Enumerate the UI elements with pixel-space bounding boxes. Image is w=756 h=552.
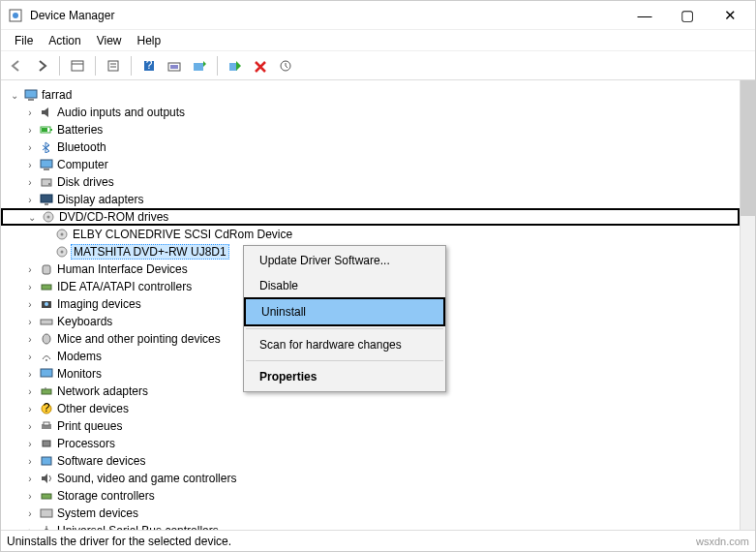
- ctx-update-driver[interactable]: Update Driver Software...: [244, 248, 445, 273]
- category-node[interactable]: ›Print queues: [1, 417, 740, 435]
- ctx-properties[interactable]: Properties: [244, 364, 445, 389]
- enable-device-icon[interactable]: [224, 54, 247, 77]
- svg-rect-18: [42, 128, 47, 132]
- expand-right-icon[interactable]: ›: [22, 195, 38, 205]
- menu-file[interactable]: File: [7, 32, 41, 49]
- expand-right-icon[interactable]: ›: [22, 352, 38, 362]
- forward-button[interactable]: [30, 54, 53, 77]
- back-button[interactable]: [5, 54, 28, 77]
- update-driver-icon[interactable]: [188, 54, 211, 77]
- svg-point-30: [61, 251, 64, 254]
- category-label: Modems: [55, 350, 104, 363]
- category-label: Batteries: [55, 123, 105, 137]
- category-label: Processors: [55, 437, 117, 450]
- menu-help[interactable]: Help: [130, 32, 169, 49]
- expand-right-icon[interactable]: ›: [22, 334, 38, 345]
- ctx-scan-hardware[interactable]: Scan for hardware changes: [244, 332, 445, 357]
- expand-right-icon[interactable]: ›: [22, 491, 38, 502]
- ctx-disable[interactable]: Disable: [244, 273, 445, 298]
- device-category-icon: [40, 209, 57, 225]
- uninstall-icon[interactable]: [249, 54, 272, 77]
- device-label: ELBY CLONEDRIVE SCSI CdRom Device: [71, 228, 294, 241]
- category-node[interactable]: ›Batteries: [1, 121, 740, 138]
- category-label: Mice and other pointing devices: [55, 332, 223, 346]
- category-node[interactable]: ›Universal Serial Bus controllers: [1, 522, 740, 530]
- device-category-icon: [38, 488, 55, 504]
- category-label: DVD/CD-ROM drives: [57, 210, 170, 224]
- category-node[interactable]: ⌄DVD/CD-ROM drives: [1, 208, 740, 226]
- category-node[interactable]: ›?Other devices: [1, 400, 740, 417]
- expand-right-icon[interactable]: ›: [22, 456, 38, 467]
- expand-arrow-icon[interactable]: ⌄: [7, 90, 22, 101]
- category-node[interactable]: ›Audio inputs and outputs: [1, 104, 740, 121]
- scan-hardware-icon[interactable]: [163, 54, 186, 77]
- svg-point-26: [47, 216, 50, 219]
- expand-right-icon[interactable]: ›: [22, 404, 38, 414]
- svg-rect-23: [41, 195, 52, 202]
- show-hide-icon[interactable]: [66, 54, 89, 77]
- root-node[interactable]: ⌄ farrad: [1, 86, 740, 104]
- maximize-button[interactable]: ▢: [666, 1, 709, 29]
- expand-right-icon[interactable]: ›: [22, 142, 38, 153]
- watermark: wsxdn.com: [696, 536, 749, 547]
- svg-rect-35: [41, 320, 52, 324]
- device-node[interactable]: ELBY CLONEDRIVE SCSI CdRom Device: [1, 226, 740, 243]
- minimize-button[interactable]: —: [623, 1, 666, 29]
- category-label: Display adapters: [55, 193, 145, 206]
- device-category-icon: [38, 139, 55, 155]
- expand-right-icon[interactable]: ›: [22, 526, 38, 531]
- svg-rect-32: [42, 285, 51, 290]
- expand-right-icon[interactable]: ›: [22, 107, 38, 118]
- status-text: Uninstalls the driver for the selected d…: [7, 535, 231, 548]
- expand-right-icon[interactable]: ›: [22, 421, 38, 432]
- expand-right-icon[interactable]: ›: [22, 439, 38, 449]
- content-area: ⌄ farrad ›Audio inputs and outputs›Batte…: [1, 80, 755, 530]
- category-node[interactable]: ›Bluetooth: [1, 138, 740, 156]
- category-node[interactable]: ›Display adapters: [1, 191, 740, 208]
- category-label: Sound, video and game controllers: [55, 472, 238, 485]
- svg-rect-49: [41, 509, 52, 517]
- vertical-scrollbar[interactable]: [740, 80, 755, 530]
- expand-right-icon[interactable]: ›: [22, 264, 38, 275]
- category-node[interactable]: ›Disk drives: [1, 173, 740, 191]
- toolbar: ?: [1, 51, 755, 80]
- app-icon: [9, 8, 24, 23]
- category-node[interactable]: ›Computer: [1, 156, 740, 173]
- category-node[interactable]: ›Software devices: [1, 452, 740, 470]
- menu-action[interactable]: Action: [41, 32, 88, 49]
- category-node[interactable]: ›Processors: [1, 435, 740, 452]
- expand-right-icon[interactable]: ›: [22, 386, 38, 397]
- svg-rect-15: [28, 99, 34, 101]
- category-node[interactable]: ›Sound, video and game controllers: [1, 470, 740, 487]
- svg-rect-46: [43, 441, 50, 446]
- category-node[interactable]: ›Storage controllers: [1, 487, 740, 505]
- category-label: Universal Serial Bus controllers: [55, 524, 221, 530]
- category-label: Monitors: [55, 367, 104, 381]
- svg-text:?: ?: [44, 403, 50, 414]
- expand-right-icon[interactable]: ›: [22, 299, 38, 310]
- expand-right-icon[interactable]: ›: [22, 508, 38, 519]
- svg-rect-17: [50, 129, 52, 131]
- category-node[interactable]: ›System devices: [1, 505, 740, 522]
- expand-right-icon[interactable]: ›: [22, 160, 38, 170]
- expand-right-icon[interactable]: ›: [22, 369, 38, 380]
- ctx-uninstall[interactable]: Uninstall: [246, 299, 443, 324]
- expand-right-icon[interactable]: ›: [22, 282, 38, 292]
- expand-right-icon[interactable]: ›: [22, 177, 38, 188]
- legacy-hardware-icon[interactable]: [274, 54, 297, 77]
- expand-down-icon[interactable]: ⌄: [24, 212, 40, 223]
- svg-rect-12: [229, 63, 237, 71]
- properties-icon[interactable]: [102, 54, 125, 77]
- expand-right-icon[interactable]: ›: [22, 125, 38, 136]
- expand-right-icon[interactable]: ›: [22, 317, 38, 327]
- expand-right-icon[interactable]: ›: [22, 474, 38, 484]
- svg-rect-4: [108, 61, 118, 71]
- close-button[interactable]: ✕: [709, 1, 751, 29]
- scrollbar-thumb[interactable]: [741, 80, 755, 216]
- svg-point-1: [13, 13, 18, 18]
- statusbar: Uninstalls the driver for the selected d…: [1, 530, 755, 551]
- device-category-icon: [38, 157, 55, 172]
- help-icon[interactable]: ?: [137, 54, 161, 77]
- device-category-icon: [38, 296, 55, 312]
- menu-view[interactable]: View: [89, 32, 130, 49]
